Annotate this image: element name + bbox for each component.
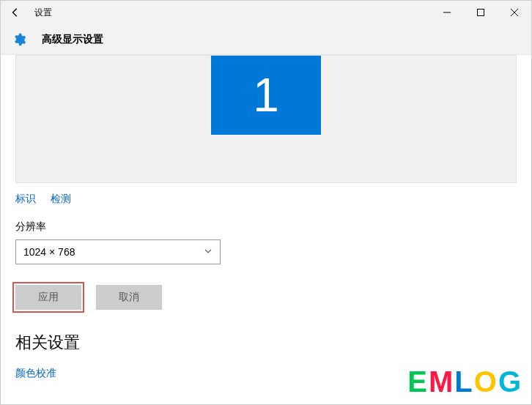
button-row: 应用 取消 [15,285,517,310]
svg-rect-1 [478,10,484,16]
cancel-button[interactable]: 取消 [96,285,162,310]
apply-button[interactable]: 应用 [15,285,81,310]
monitor-number: 1 [253,68,279,122]
monitor-tile-1[interactable]: 1 [211,56,321,135]
identify-link[interactable]: 标识 [15,193,36,204]
related-settings-heading: 相关设置 [15,332,517,354]
chevron-down-icon [204,246,213,258]
resolution-value: 1024 × 768 [23,246,75,258]
color-calibration-link[interactable]: 颜色校准 [15,367,517,380]
titlebar: 设置 [1,1,531,24]
minimize-button[interactable] [430,1,464,24]
window-controls [430,1,531,24]
close-button[interactable] [498,1,531,24]
detect-link[interactable]: 检测 [51,193,71,204]
display-action-links: 标识 检测 [15,192,517,206]
resolution-dropdown[interactable]: 1024 × 768 [15,239,221,264]
page-title: 高级显示设置 [42,33,103,46]
back-button[interactable] [5,2,26,23]
gear-icon [11,31,27,48]
resolution-label: 分辨率 [15,220,517,234]
maximize-button[interactable] [464,1,498,24]
content-area: 1 标识 检测 分辨率 1024 × 768 应用 取消 相关设置 颜色校准 E… [1,55,531,404]
window-title: 设置 [34,7,52,19]
monitor-preview-area: 1 [15,55,517,183]
header-bar: 高级显示设置 [1,24,531,55]
